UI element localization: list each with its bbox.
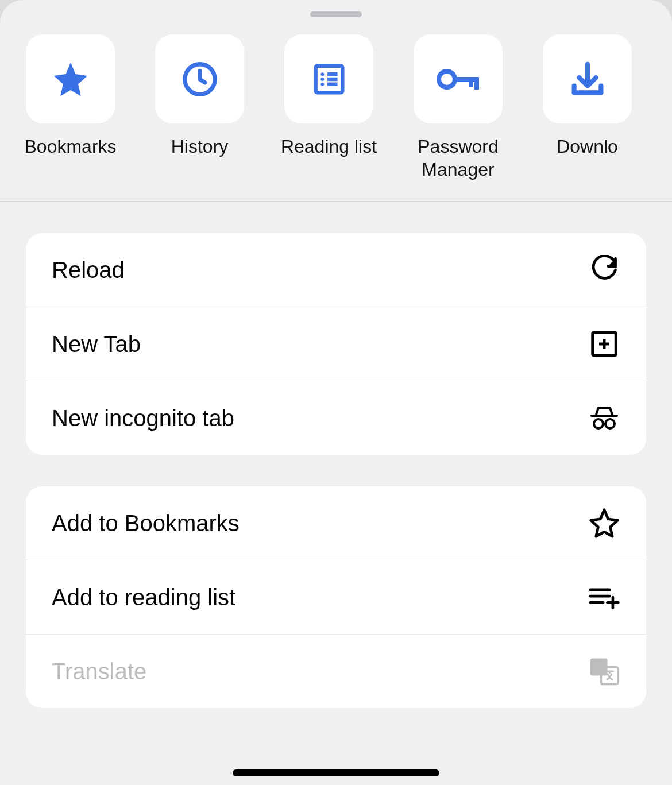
shortcut-tile [284, 34, 373, 123]
svg-point-3 [320, 78, 324, 81]
shortcut-label: History [171, 135, 229, 158]
svg-point-17 [605, 419, 615, 428]
menu-item-new-tab[interactable]: New Tab [26, 307, 646, 381]
shortcut-tile [543, 34, 632, 123]
menu-item-label: Add to reading list [52, 585, 235, 610]
menu-item-label: Reload [52, 257, 125, 283]
shortcut-label: Reading list [281, 135, 377, 158]
svg-point-4 [320, 82, 324, 86]
shortcut-downloads[interactable]: Downlo [543, 34, 632, 181]
shortcut-bookmarks[interactable]: Bookmarks [26, 34, 115, 181]
translate-icon: G [588, 655, 620, 687]
shortcut-history[interactable]: History [155, 34, 244, 181]
shortcut-tile [155, 34, 244, 123]
shortcut-label: Downlo [557, 135, 618, 158]
menu-section-1: Reload New Tab New incognito tab [26, 233, 646, 455]
shortcut-label: Bookmarks [24, 135, 116, 158]
menu-item-add-bookmarks[interactable]: Add to Bookmarks [26, 486, 646, 560]
menu-item-add-reading-list[interactable]: Add to reading list [26, 560, 646, 635]
menu-item-reload[interactable]: Reload [26, 233, 646, 307]
star-icon [51, 59, 91, 99]
menu-item-label: Translate [52, 659, 146, 685]
menu-item-label: Add to Bookmarks [52, 511, 240, 536]
list-add-icon [588, 581, 620, 613]
clock-icon [180, 59, 220, 99]
shortcut-label: Password Manager [414, 135, 503, 181]
home-indicator[interactable] [233, 769, 439, 776]
svg-point-8 [439, 71, 455, 87]
svg-rect-11 [474, 77, 479, 90]
shortcut-tile [26, 34, 115, 123]
sheet-grabber[interactable] [310, 11, 362, 17]
svg-rect-10 [469, 77, 473, 87]
shortcuts-row: Bookmarks History [0, 0, 672, 202]
reload-icon [588, 254, 620, 286]
shortcut-password-manager[interactable]: Password Manager [414, 34, 503, 181]
reading-list-icon [309, 59, 349, 99]
plus-square-icon [588, 328, 620, 360]
shortcut-reading-list[interactable]: Reading list [284, 34, 373, 181]
download-icon [567, 59, 608, 99]
shortcut-tile [414, 34, 503, 123]
incognito-icon [588, 402, 620, 434]
key-icon [435, 65, 481, 94]
menu-section-2: Add to Bookmarks Add to reading list [26, 486, 646, 708]
menu-item-new-incognito-tab[interactable]: New incognito tab [26, 381, 646, 455]
svg-point-2 [320, 72, 324, 76]
menu-item-translate: Translate G [26, 635, 646, 708]
menu-item-label: New Tab [52, 331, 141, 357]
overflow-menu-sheet: Bookmarks History [0, 0, 672, 785]
menu-item-label: New incognito tab [52, 405, 234, 431]
star-outline-icon [588, 507, 620, 539]
svg-point-16 [594, 419, 603, 428]
